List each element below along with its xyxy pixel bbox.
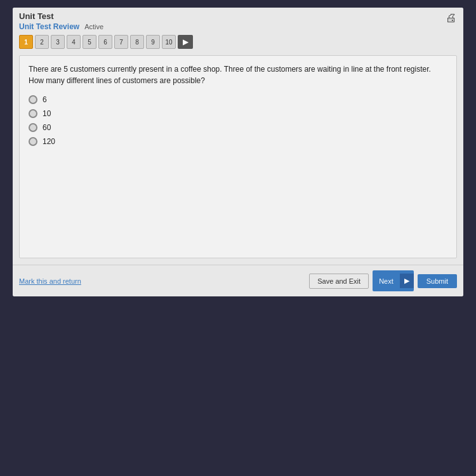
radio-circle-3[interactable] — [29, 123, 37, 132]
nav-btn-4[interactable]: 4 — [67, 35, 81, 49]
answer-option-3[interactable]: 60 — [29, 123, 447, 132]
print-icon[interactable]: 🖨 — [446, 11, 457, 25]
screen-background: Unit Test Unit Test Review Active 🖨 1 2 … — [0, 0, 476, 476]
save-exit-button[interactable]: Save and Exit — [309, 274, 369, 289]
quiz-container: Unit Test Unit Test Review Active 🖨 1 2 … — [13, 8, 463, 296]
radio-circle-1[interactable] — [29, 95, 37, 104]
nav-btn-5[interactable]: 5 — [83, 35, 96, 49]
answer-option-4[interactable]: 120 — [29, 137, 447, 146]
submit-button[interactable]: Submit — [418, 274, 457, 288]
nav-btn-3[interactable]: 3 — [51, 35, 65, 49]
answer-label-3: 60 — [43, 123, 51, 132]
answer-options: 6 10 60 120 — [29, 95, 447, 146]
quiz-header: Unit Test Unit Test Review Active 🖨 1 2 … — [13, 8, 463, 55]
nav-next-arrow[interactable]: ▶ — [178, 35, 193, 49]
next-button-label: Next — [373, 274, 400, 288]
answer-option-1[interactable]: 6 — [29, 95, 447, 104]
nav-btn-7[interactable]: 7 — [114, 35, 128, 49]
quiz-subtitle: Unit Test Review — [19, 22, 79, 31]
nav-btn-10[interactable]: 10 — [162, 35, 176, 49]
nav-btn-9[interactable]: 9 — [146, 35, 160, 49]
radio-circle-2[interactable] — [29, 109, 37, 118]
radio-circle-4[interactable] — [29, 137, 37, 146]
answer-label-1: 6 — [43, 95, 47, 104]
quiz-title: Unit Test — [19, 11, 103, 21]
nav-btn-2[interactable]: 2 — [35, 35, 49, 49]
quiz-footer: Mark this and return Save and Exit Next … — [13, 265, 463, 296]
question-nav: 1 2 3 4 5 6 7 8 9 10 ▶ — [19, 35, 457, 49]
next-button-arrow-icon: ▶ — [400, 274, 414, 288]
mark-return-link[interactable]: Mark this and return — [19, 277, 81, 285]
answer-option-2[interactable]: 10 — [29, 109, 447, 118]
status-badge: Active — [84, 23, 103, 30]
nav-btn-6[interactable]: 6 — [98, 35, 112, 49]
question-text: There are 5 customers currently present … — [29, 63, 447, 86]
answer-label-4: 120 — [43, 137, 55, 146]
answer-label-2: 10 — [43, 109, 51, 118]
quiz-subtitle-row: Unit Test Review Active — [19, 22, 103, 31]
next-button[interactable]: Next ▶ — [373, 270, 414, 291]
question-area: There are 5 customers currently present … — [19, 55, 457, 258]
nav-btn-1[interactable]: 1 — [19, 35, 33, 49]
nav-btn-8[interactable]: 8 — [130, 35, 144, 49]
footer-buttons: Save and Exit Next ▶ Submit — [309, 270, 457, 291]
